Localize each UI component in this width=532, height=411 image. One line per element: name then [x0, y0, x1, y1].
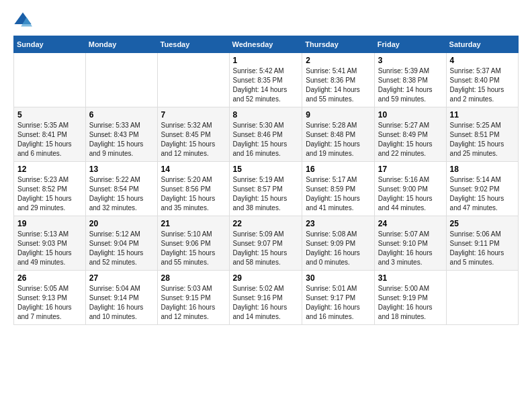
- day-info: Sunrise: 5:03 AM Sunset: 9:15 PM Dayligh…: [161, 284, 226, 322]
- calendar-cell: 30Sunrise: 5:01 AM Sunset: 9:17 PM Dayli…: [302, 271, 375, 325]
- day-info: Sunrise: 5:02 AM Sunset: 9:16 PM Dayligh…: [233, 284, 299, 322]
- day-info: Sunrise: 5:23 AM Sunset: 8:52 PM Dayligh…: [17, 175, 82, 213]
- header-friday: Friday: [374, 36, 446, 53]
- calendar-cell: 6Sunrise: 5:33 AM Sunset: 8:43 PM Daylig…: [85, 107, 157, 162]
- day-info: Sunrise: 5:27 AM Sunset: 8:49 PM Dayligh…: [378, 121, 443, 158]
- day-info: Sunrise: 5:10 AM Sunset: 9:06 PM Dayligh…: [161, 230, 226, 267]
- calendar-cell: 29Sunrise: 5:02 AM Sunset: 9:16 PM Dayli…: [229, 271, 302, 325]
- day-number: 23: [306, 219, 371, 228]
- day-info: Sunrise: 5:00 AM Sunset: 9:19 PM Dayligh…: [378, 284, 443, 322]
- calendar-week-row: 5Sunrise: 5:35 AM Sunset: 8:41 PM Daylig…: [14, 107, 519, 162]
- calendar-cell: 13Sunrise: 5:22 AM Sunset: 8:54 PM Dayli…: [85, 162, 157, 216]
- day-number: 28: [161, 273, 226, 283]
- calendar-cell: 1Sunrise: 5:42 AM Sunset: 8:35 PM Daylig…: [229, 53, 302, 107]
- day-number: 31: [378, 273, 443, 283]
- calendar-table: SundayMondayTuesdayWednesdayThursdayFrid…: [13, 36, 519, 325]
- day-number: 16: [306, 165, 371, 174]
- day-number: 26: [17, 273, 82, 283]
- day-info: Sunrise: 5:33 AM Sunset: 8:43 PM Dayligh…: [89, 121, 154, 158]
- day-number: 21: [161, 219, 226, 228]
- header-tuesday: Tuesday: [157, 36, 229, 53]
- calendar-cell: 8Sunrise: 5:30 AM Sunset: 8:46 PM Daylig…: [229, 107, 302, 162]
- day-info: Sunrise: 5:41 AM Sunset: 8:36 PM Dayligh…: [306, 66, 371, 104]
- calendar-cell: 31Sunrise: 5:00 AM Sunset: 9:19 PM Dayli…: [374, 271, 446, 325]
- header-monday: Monday: [85, 36, 157, 53]
- calendar-week-row: 19Sunrise: 5:13 AM Sunset: 9:03 PM Dayli…: [14, 216, 519, 271]
- calendar-header-row: SundayMondayTuesdayWednesdayThursdayFrid…: [14, 36, 519, 53]
- day-info: Sunrise: 5:30 AM Sunset: 8:46 PM Dayligh…: [233, 121, 299, 158]
- calendar-cell: 12Sunrise: 5:23 AM Sunset: 8:52 PM Dayli…: [14, 162, 86, 216]
- calendar-cell: 17Sunrise: 5:16 AM Sunset: 9:00 PM Dayli…: [374, 162, 446, 216]
- day-info: Sunrise: 5:39 AM Sunset: 8:38 PM Dayligh…: [378, 66, 443, 104]
- day-info: Sunrise: 5:16 AM Sunset: 9:00 PM Dayligh…: [378, 175, 443, 213]
- calendar-cell: 2Sunrise: 5:41 AM Sunset: 8:36 PM Daylig…: [302, 53, 375, 107]
- calendar-cell: 27Sunrise: 5:04 AM Sunset: 9:14 PM Dayli…: [85, 271, 157, 325]
- header-saturday: Saturday: [446, 36, 518, 53]
- day-info: Sunrise: 5:25 AM Sunset: 8:51 PM Dayligh…: [450, 121, 515, 158]
- day-number: 8: [233, 110, 299, 120]
- calendar-cell: 22Sunrise: 5:09 AM Sunset: 9:07 PM Dayli…: [229, 216, 302, 271]
- day-info: Sunrise: 5:20 AM Sunset: 8:56 PM Dayligh…: [161, 175, 226, 213]
- day-number: 19: [17, 219, 82, 228]
- calendar-cell: [14, 53, 86, 107]
- day-number: 30: [306, 273, 371, 283]
- day-info: Sunrise: 5:13 AM Sunset: 9:03 PM Dayligh…: [17, 230, 82, 267]
- day-number: 18: [450, 165, 515, 174]
- calendar-week-row: 26Sunrise: 5:05 AM Sunset: 9:13 PM Dayli…: [14, 271, 519, 325]
- calendar-cell: 14Sunrise: 5:20 AM Sunset: 8:56 PM Dayli…: [157, 162, 229, 216]
- day-info: Sunrise: 5:06 AM Sunset: 9:11 PM Dayligh…: [450, 230, 515, 267]
- day-info: Sunrise: 5:32 AM Sunset: 8:45 PM Dayligh…: [161, 121, 226, 158]
- header-thursday: Thursday: [302, 36, 375, 53]
- calendar-cell: 21Sunrise: 5:10 AM Sunset: 9:06 PM Dayli…: [157, 216, 229, 271]
- calendar-cell: 7Sunrise: 5:32 AM Sunset: 8:45 PM Daylig…: [157, 107, 229, 162]
- calendar-cell: 4Sunrise: 5:37 AM Sunset: 8:40 PM Daylig…: [446, 53, 518, 107]
- day-number: 22: [233, 219, 299, 228]
- day-number: 13: [89, 165, 154, 174]
- day-number: 9: [306, 110, 371, 120]
- day-number: 11: [450, 110, 515, 120]
- calendar-cell: 20Sunrise: 5:12 AM Sunset: 9:04 PM Dayli…: [85, 216, 157, 271]
- day-info: Sunrise: 5:09 AM Sunset: 9:07 PM Dayligh…: [233, 230, 299, 267]
- calendar-cell: [85, 53, 157, 107]
- calendar-cell: 5Sunrise: 5:35 AM Sunset: 8:41 PM Daylig…: [14, 107, 86, 162]
- day-number: 1: [233, 56, 299, 65]
- calendar-cell: 23Sunrise: 5:08 AM Sunset: 9:09 PM Dayli…: [302, 216, 375, 271]
- calendar-cell: 11Sunrise: 5:25 AM Sunset: 8:51 PM Dayli…: [446, 107, 518, 162]
- calendar-cell: 19Sunrise: 5:13 AM Sunset: 9:03 PM Dayli…: [14, 216, 86, 271]
- day-number: 17: [378, 165, 443, 174]
- day-number: 6: [89, 110, 154, 120]
- day-number: 20: [89, 219, 154, 228]
- calendar-cell: 18Sunrise: 5:14 AM Sunset: 9:02 PM Dayli…: [446, 162, 518, 216]
- calendar-cell: 9Sunrise: 5:28 AM Sunset: 8:48 PM Daylig…: [302, 107, 375, 162]
- day-info: Sunrise: 5:05 AM Sunset: 9:13 PM Dayligh…: [17, 284, 82, 322]
- day-info: Sunrise: 5:35 AM Sunset: 8:41 PM Dayligh…: [17, 121, 82, 158]
- calendar-cell: [446, 271, 518, 325]
- calendar-cell: 28Sunrise: 5:03 AM Sunset: 9:15 PM Dayli…: [157, 271, 229, 325]
- calendar-week-row: 1Sunrise: 5:42 AM Sunset: 8:35 PM Daylig…: [14, 53, 519, 107]
- calendar-cell: 16Sunrise: 5:17 AM Sunset: 8:59 PM Dayli…: [302, 162, 375, 216]
- day-info: Sunrise: 5:12 AM Sunset: 9:04 PM Dayligh…: [89, 230, 154, 267]
- calendar-cell: 25Sunrise: 5:06 AM Sunset: 9:11 PM Dayli…: [446, 216, 518, 271]
- day-info: Sunrise: 5:19 AM Sunset: 8:57 PM Dayligh…: [233, 175, 299, 213]
- day-info: Sunrise: 5:01 AM Sunset: 9:17 PM Dayligh…: [306, 284, 371, 322]
- day-info: Sunrise: 5:28 AM Sunset: 8:48 PM Dayligh…: [306, 121, 371, 158]
- day-info: Sunrise: 5:04 AM Sunset: 9:14 PM Dayligh…: [89, 284, 154, 322]
- logo-icon: [13, 10, 32, 29]
- calendar-cell: 15Sunrise: 5:19 AM Sunset: 8:57 PM Dayli…: [229, 162, 302, 216]
- day-number: 10: [378, 110, 443, 120]
- calendar-cell: 26Sunrise: 5:05 AM Sunset: 9:13 PM Dayli…: [14, 271, 86, 325]
- calendar-cell: 10Sunrise: 5:27 AM Sunset: 8:49 PM Dayli…: [374, 107, 446, 162]
- calendar-week-row: 12Sunrise: 5:23 AM Sunset: 8:52 PM Dayli…: [14, 162, 519, 216]
- day-number: 2: [306, 56, 371, 65]
- header-sunday: Sunday: [14, 36, 86, 53]
- day-info: Sunrise: 5:14 AM Sunset: 9:02 PM Dayligh…: [450, 175, 515, 213]
- day-number: 14: [161, 165, 226, 174]
- calendar-cell: 3Sunrise: 5:39 AM Sunset: 8:38 PM Daylig…: [374, 53, 446, 107]
- calendar-cell: [157, 53, 229, 107]
- day-number: 4: [450, 56, 515, 65]
- day-number: 29: [233, 273, 299, 283]
- day-info: Sunrise: 5:17 AM Sunset: 8:59 PM Dayligh…: [306, 175, 371, 213]
- day-info: Sunrise: 5:08 AM Sunset: 9:09 PM Dayligh…: [306, 230, 371, 267]
- day-info: Sunrise: 5:07 AM Sunset: 9:10 PM Dayligh…: [378, 230, 443, 267]
- header-wednesday: Wednesday: [229, 36, 302, 53]
